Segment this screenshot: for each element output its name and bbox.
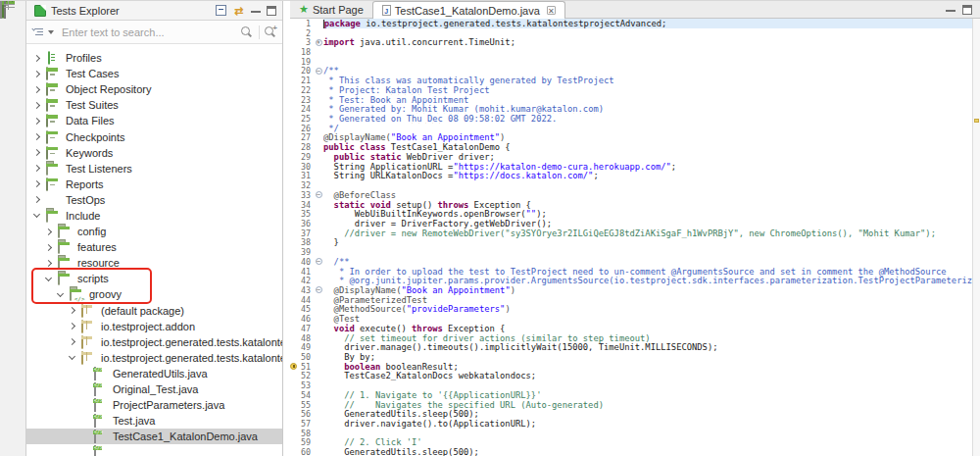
code-line[interactable]: 18: [290, 47, 972, 57]
code-line[interactable]: 47 void execute() throws Exception {: [290, 324, 972, 333]
chevron-down-icon[interactable]: [33, 211, 40, 218]
code-text[interactable]: driver = DriverFactory.getWebDriver();: [323, 219, 972, 228]
chevron-right-icon[interactable]: [45, 244, 52, 251]
code-line[interactable]: 21 * This class was automatically genera…: [290, 76, 972, 85]
chevron-right-icon[interactable]: [33, 165, 40, 172]
code-line[interactable]: 27@DisplayName("Book an Appointment"): [290, 133, 972, 143]
tree-item-test-listeners[interactable]: Test Listeners: [26, 161, 282, 177]
code-line[interactable]: 49 driver.manage().timeouts().implicitly…: [290, 342, 972, 352]
maximize-icon[interactable]: [962, 5, 972, 15]
code-line[interactable]: 29 public static WebDriver driver;: [290, 152, 972, 162]
chevron-down-icon[interactable]: [45, 275, 52, 281]
tree-item--default-package-[interactable]: (default package): [26, 303, 282, 319]
code-line[interactable]: 54 // 1. Navigate to '{{ApplicationURL}}…: [290, 390, 972, 400]
code-text[interactable]: GeneratedUtils.sleep(500);: [323, 409, 972, 419]
tree-item-test-cases[interactable]: Test Cases: [26, 66, 282, 81]
code-text[interactable]: * Generated on Thu Dec 08 09:58:02 GMT 2…: [323, 114, 972, 124]
code-line[interactable]: 28public class TestCase1_KatalonDemo {: [290, 142, 972, 152]
tree-item[interactable]: [26, 444, 282, 456]
editor-tab-start-page[interactable]: ★Start Page: [290, 1, 372, 18]
code-text[interactable]: public class TestCase1_KatalonDemo {: [323, 142, 972, 152]
tree-item-data-files[interactable]: Data Files: [26, 113, 282, 128]
tree-item-object-repository[interactable]: Object Repository: [26, 81, 282, 97]
code-text[interactable]: * This class was automatically generated…: [323, 76, 972, 85]
code-line[interactable]: 44 @ParameterizedTest: [290, 295, 972, 305]
code-text[interactable]: import java.util.concurrent.TimeUnit;: [323, 37, 972, 47]
tree-item-features[interactable]: features: [26, 239, 282, 255]
link-with-editor-icon[interactable]: ⇄: [232, 5, 245, 17]
code-text[interactable]: @BeforeClass: [323, 190, 972, 200]
code-text[interactable]: boolean booleanResult;: [323, 362, 972, 372]
code-text[interactable]: // 2. Click 'I': [323, 437, 972, 447]
chevron-right-icon[interactable]: [45, 228, 52, 235]
code-line[interactable]: 48 // set timeout for driver actions (si…: [290, 333, 972, 343]
collapse-fold-icon[interactable]: –: [316, 286, 322, 293]
code-line[interactable]: 57 driver.navigate().to(ApplicationURL);: [290, 419, 972, 429]
chevron-right-icon[interactable]: [33, 86, 40, 93]
code-text[interactable]: @ParameterizedTest: [323, 295, 972, 305]
warning-marker[interactable]: [974, 119, 979, 123]
code-text[interactable]: WebUiBuiltInKeywords.openBrowser("");: [323, 209, 972, 219]
minimize-icon[interactable]: [251, 10, 261, 13]
tree-item-testops[interactable]: TestOps: [26, 192, 282, 208]
tree-item-projectparameters-java[interactable]: ProjectParameters.java: [26, 397, 282, 413]
chevron-right-icon[interactable]: [69, 338, 75, 345]
chevron-right-icon[interactable]: [33, 196, 40, 203]
code-text[interactable]: // set timeout for driver actions (simil…: [323, 333, 972, 343]
code-line[interactable]: 41 * In order to upload the test to Test…: [290, 267, 972, 277]
code-text[interactable]: * Generated by: Mohit Kumar (mohit.kumar…: [323, 104, 972, 114]
code-text[interactable]: package io.testproject.generated.tests.k…: [323, 19, 972, 28]
code-line[interactable]: 3+import java.util.concurrent.TimeUnit;: [290, 37, 972, 47]
code-text[interactable]: /**: [323, 257, 972, 267]
code-text[interactable]: driver.navigate().to(ApplicationURL);: [323, 419, 972, 429]
code-line[interactable]: 24 * Generated by: Mohit Kumar (mohit.ku…: [290, 104, 972, 114]
tree-item-testcase1-katalondemo-java[interactable]: TestCase1_KatalonDemo.java: [26, 429, 282, 444]
code-text[interactable]: @DisplayName("Book an Appointment"): [323, 285, 972, 295]
tree-item-test-java[interactable]: Test.java: [26, 413, 282, 429]
tree-item-test-suites[interactable]: Test Suites: [26, 97, 282, 113]
minimize-icon[interactable]: [946, 9, 956, 12]
tree-item-reports[interactable]: Reports: [26, 177, 282, 192]
code-line[interactable]: 46 @Test: [290, 314, 972, 324]
code-line[interactable]: 59 // 2. Click 'I': [290, 438, 972, 448]
tree-item-io-testproject-addon[interactable]: io.testproject.addon: [26, 319, 282, 334]
code-text[interactable]: * Test: Book an Appointment: [323, 95, 972, 105]
code-text[interactable]: // Navigates the specified URL (Auto-gen…: [323, 400, 972, 410]
chevron-right-icon[interactable]: [33, 102, 40, 109]
code-line[interactable]: 2: [290, 28, 972, 38]
maximize-icon[interactable]: [267, 6, 276, 16]
tree-item-resource[interactable]: resource: [26, 255, 282, 271]
code-line[interactable]: 37 //driver = new RemoteWebDriver("sy3SY…: [290, 228, 972, 238]
code-line[interactable]: 23 * Test: Book an Appointment: [290, 95, 972, 105]
code-text[interactable]: GeneratedUtils.sleep(500);: [323, 447, 972, 456]
code-line[interactable]: 39: [290, 247, 972, 257]
code-text[interactable]: static void setup() throws Exception {: [323, 200, 972, 210]
tree-item-scripts[interactable]: scripts: [26, 271, 282, 286]
code-line[interactable]: 32: [290, 180, 972, 190]
tree-item-io-testproject-generated-tests-katalontestprojectadv[interactable]: io.testproject.generated.tests.katalonte…: [26, 350, 282, 366]
code-line[interactable]: 36 driver = DriverFactory.getWebDriver()…: [290, 219, 972, 228]
code-text[interactable]: /**: [323, 66, 972, 76]
tree-item-profiles[interactable]: Profiles: [26, 50, 282, 66]
code-text[interactable]: TestCase2_KatalonDocs webkatalondocs;: [323, 371, 972, 380]
code-line[interactable]: 26 */: [290, 124, 972, 133]
code-line[interactable]: 42 * @org.junit.jupiter.params.provider.…: [290, 276, 972, 285]
chevron-right-icon[interactable]: [45, 260, 52, 267]
search-icon[interactable]: [240, 25, 253, 38]
tree-item-include[interactable]: Include: [26, 208, 282, 224]
code-text[interactable]: @Test: [323, 314, 972, 324]
code-text[interactable]: void execute() throws Exception {: [323, 324, 972, 333]
code-line[interactable]: 45 @MethodSource("provideParameters"): [290, 305, 972, 315]
code-line[interactable]: 22 * Project: Katalon Test Project: [290, 85, 972, 95]
code-line[interactable]: 31 String URLKatalonDocs ="https://docs.…: [290, 172, 972, 181]
code-text[interactable]: * Project: Katalon Test Project: [323, 85, 972, 95]
close-icon[interactable]: ✕: [547, 6, 556, 15]
code-text[interactable]: // 1. Navigate to '{{ApplicationURL}}': [323, 390, 972, 400]
table-view-icon[interactable]: [4, 1, 6, 18]
editor-tab-testcase1-katalondemo-java[interactable]: TestCase1_KatalonDemo.java✕: [372, 1, 565, 19]
code-line[interactable]: 38 }: [290, 238, 972, 248]
code-text[interactable]: By by;: [323, 352, 972, 362]
code-line[interactable]: 53: [290, 380, 972, 390]
chevron-right-icon[interactable]: [33, 149, 40, 156]
collapse-fold-icon[interactable]: –: [316, 258, 322, 265]
